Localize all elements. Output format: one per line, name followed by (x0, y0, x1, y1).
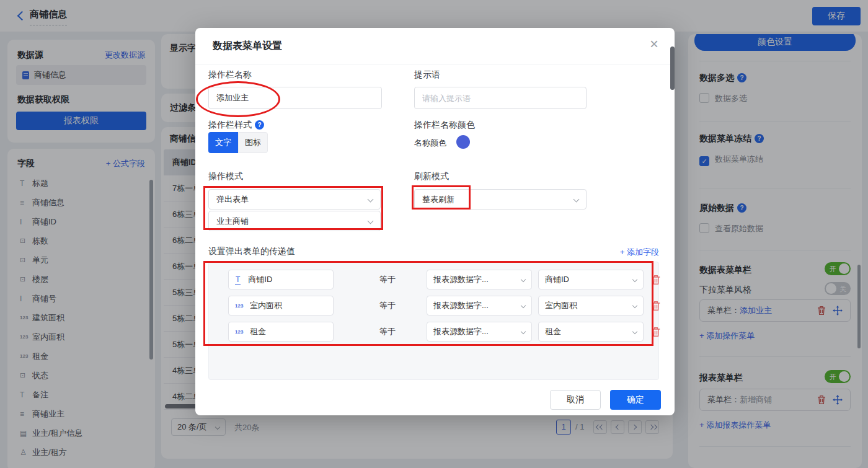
action-target-select[interactable]: 业主商铺 (208, 211, 381, 231)
value-select[interactable]: 室内面积 (538, 296, 644, 316)
confirm-button[interactable]: 确定 (610, 390, 661, 410)
tip-input[interactable] (414, 87, 587, 109)
number-icon: 123 (235, 303, 250, 309)
chevron-down-icon (632, 329, 637, 334)
style-tab[interactable]: 文字 (208, 132, 238, 153)
chevron-down-icon (368, 218, 374, 224)
tip-label: 提示语 (414, 69, 440, 81)
chevron-down-icon (521, 277, 526, 282)
operator-label: 等于 (379, 274, 396, 285)
value-select[interactable]: 租金 (538, 322, 644, 342)
trash-icon[interactable] (651, 301, 661, 311)
name-color-label: 操作栏名称颜色 (414, 120, 475, 131)
modal-scrollbar[interactable] (670, 46, 675, 90)
operator-label: 等于 (379, 326, 396, 337)
help-icon[interactable]: ? (255, 120, 264, 130)
operator-label: 等于 (379, 300, 396, 311)
divider (195, 64, 675, 64)
transfer-row: 123 租金 等于 报表源数据字... 租金 (209, 322, 658, 342)
transfer-row: 123 室内面积 等于 报表源数据字... 室内面积 (209, 296, 658, 316)
refresh-mode-select[interactable]: 整表刷新 (414, 189, 587, 210)
add-field-link[interactable]: + 添加字段 (620, 247, 659, 258)
close-icon[interactable]: × (650, 35, 658, 53)
field-name-box[interactable]: 123 室内面积 (228, 296, 334, 316)
chevron-down-icon (632, 277, 637, 282)
modal-title: 数据表菜单设置 (213, 40, 282, 53)
cancel-button[interactable]: 取消 (550, 390, 601, 410)
field-name-box[interactable]: T 商铺ID (228, 270, 334, 289)
refresh-mode-label: 刷新模式 (414, 171, 449, 182)
number-icon: 123 (235, 329, 250, 335)
style-label: 操作栏样式? (208, 120, 264, 131)
trash-icon[interactable] (651, 327, 661, 337)
table-menu-settings-modal: 数据表菜单设置 × 操作栏名称 提示语 操作栏样式? 文字 图标 操作栏名称颜色… (195, 28, 675, 415)
chevron-down-icon (521, 303, 526, 308)
action-name-label: 操作栏名称 (208, 69, 252, 81)
field-name: 商铺ID (248, 274, 272, 285)
text-icon: T (235, 275, 241, 285)
trash-icon[interactable] (651, 275, 661, 285)
action-mode-label: 操作模式 (208, 171, 243, 182)
source-select[interactable]: 报表源数据字... (427, 270, 532, 289)
chevron-down-icon (368, 196, 374, 203)
transfer-values-panel: T 商铺ID 等于 报表源数据字... 商铺ID 123 室内面积 等于 (208, 262, 659, 380)
color-swatch[interactable] (456, 135, 470, 149)
field-name: 室内面积 (250, 300, 282, 311)
chevron-down-icon (632, 303, 637, 308)
transfer-row: T 商铺ID 等于 报表源数据字... 商铺ID (209, 270, 658, 289)
action-mode-select[interactable]: 弹出表单 (208, 189, 381, 210)
action-name-input[interactable] (208, 87, 382, 109)
transfer-title: 设置弹出表单的传递值 (208, 246, 295, 257)
field-name-box[interactable]: 123 租金 (228, 322, 334, 342)
name-color-text: 名称颜色 (414, 138, 446, 149)
field-name: 租金 (250, 326, 266, 337)
value-select[interactable]: 商铺ID (538, 270, 644, 289)
style-tab[interactable]: 图标 (238, 132, 268, 153)
source-select[interactable]: 报表源数据字... (427, 322, 532, 342)
chevron-down-icon (574, 196, 580, 203)
chevron-down-icon (521, 329, 526, 334)
source-select[interactable]: 报表源数据字... (427, 296, 532, 316)
